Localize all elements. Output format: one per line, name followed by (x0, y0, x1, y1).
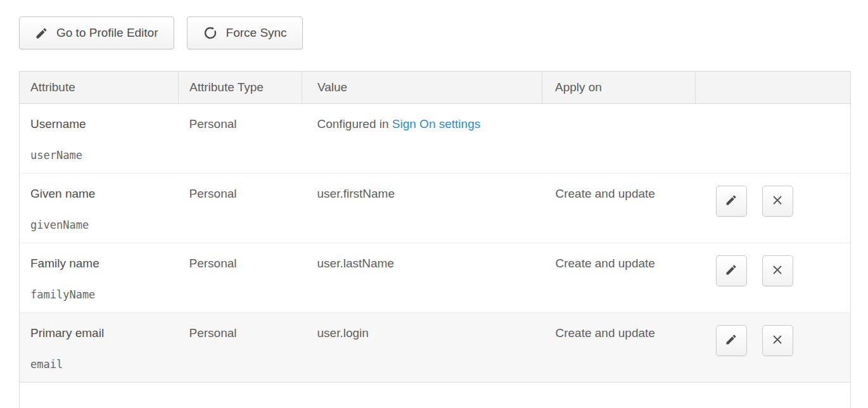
value-cell: user.login (302, 313, 542, 383)
attribute-label: Primary email (30, 326, 179, 340)
delete-attribute-button[interactable] (762, 255, 793, 286)
attribute-type-cell: Personal (179, 174, 302, 243)
attribute-type-cell: Personal (179, 313, 302, 383)
edit-attribute-button[interactable] (716, 255, 747, 286)
actions-cell (696, 313, 851, 383)
column-header-attribute-type: Attribute Type (179, 72, 302, 104)
force-sync-label: Force Sync (226, 26, 287, 40)
table-header-row: Attribute Attribute Type Value Apply on (20, 72, 851, 104)
x-icon (770, 263, 784, 279)
attribute-variable-name: email (30, 358, 179, 371)
toolbar: Go to Profile Editor Force Sync (19, 16, 303, 49)
column-header-attribute: Attribute (20, 72, 179, 104)
row-actions (716, 186, 851, 217)
attribute-cell: Given namegivenName (20, 174, 179, 243)
actions-cell (696, 243, 851, 313)
apply-on-cell (542, 104, 696, 174)
value-text: Configured in (317, 117, 392, 131)
edit-attribute-button[interactable] (716, 186, 747, 217)
pencil-icon (725, 264, 737, 278)
table-row: Family namefamilyNamePersonaluser.lastNa… (20, 243, 851, 313)
apply-on-cell: Create and update (542, 313, 696, 383)
column-header-actions (696, 72, 851, 104)
table-body: UsernameuserNamePersonalConfigured in Si… (20, 104, 851, 408)
attribute-cell: Primary emailemail (20, 313, 179, 383)
actions-cell (696, 174, 851, 243)
pencil-icon (725, 194, 737, 208)
attribute-cell: UsernameuserName (20, 104, 179, 174)
row-actions (716, 325, 851, 356)
apply-on-cell: Create and update (542, 174, 696, 243)
table-row: Primary emailemailPersonaluser.loginCrea… (20, 313, 851, 383)
sign-on-settings-link[interactable]: Sign On settings (392, 117, 480, 131)
actions-cell (696, 104, 851, 174)
table-row: Given namegivenNamePersonaluser.firstNam… (20, 174, 851, 243)
value-cell: Configured in Sign On settings (302, 104, 542, 174)
attribute-label: Family name (30, 257, 179, 271)
attribute-type-cell: Personal (179, 104, 302, 174)
value-text: user.login (317, 326, 369, 340)
attribute-variable-name: familyName (30, 288, 179, 301)
table-row: UsernameuserNamePersonalConfigured in Si… (20, 104, 851, 174)
go-to-profile-editor-label: Go to Profile Editor (56, 26, 158, 40)
attribute-mapping-table-wrap: Attribute Attribute Type Value Apply on … (19, 71, 851, 408)
apply-on-cell: Create and update (542, 243, 696, 313)
x-icon (770, 333, 784, 348)
attribute-variable-name: givenName (30, 219, 179, 231)
column-header-value: Value (302, 72, 542, 104)
attribute-mapping-table: Attribute Attribute Type Value Apply on … (19, 71, 851, 408)
partial-row-cell (20, 383, 851, 408)
attribute-cell: Family namefamilyName (20, 243, 179, 313)
attribute-label: Username (30, 117, 179, 131)
delete-attribute-button[interactable] (762, 325, 793, 356)
table-row-partial (20, 383, 851, 408)
row-actions (716, 255, 851, 286)
x-icon (770, 193, 784, 209)
delete-attribute-button[interactable] (762, 186, 793, 217)
force-sync-button[interactable]: Force Sync (187, 16, 303, 49)
attribute-label: Given name (30, 187, 179, 201)
value-cell: user.firstName (302, 174, 542, 243)
go-to-profile-editor-button[interactable]: Go to Profile Editor (19, 16, 174, 49)
value-text: user.lastName (317, 257, 394, 270)
refresh-icon (203, 25, 218, 41)
pencil-icon (35, 27, 48, 40)
pencil-icon (725, 333, 737, 348)
edit-attribute-button[interactable] (716, 325, 747, 356)
attribute-variable-name: userName (30, 149, 179, 162)
column-header-apply-on: Apply on (542, 72, 696, 104)
value-text: user.firstName (317, 187, 395, 200)
attribute-mappings-page: Go to Profile Editor Force Sync (0, 0, 868, 408)
attribute-type-cell: Personal (179, 243, 302, 313)
value-cell: user.lastName (302, 243, 542, 313)
